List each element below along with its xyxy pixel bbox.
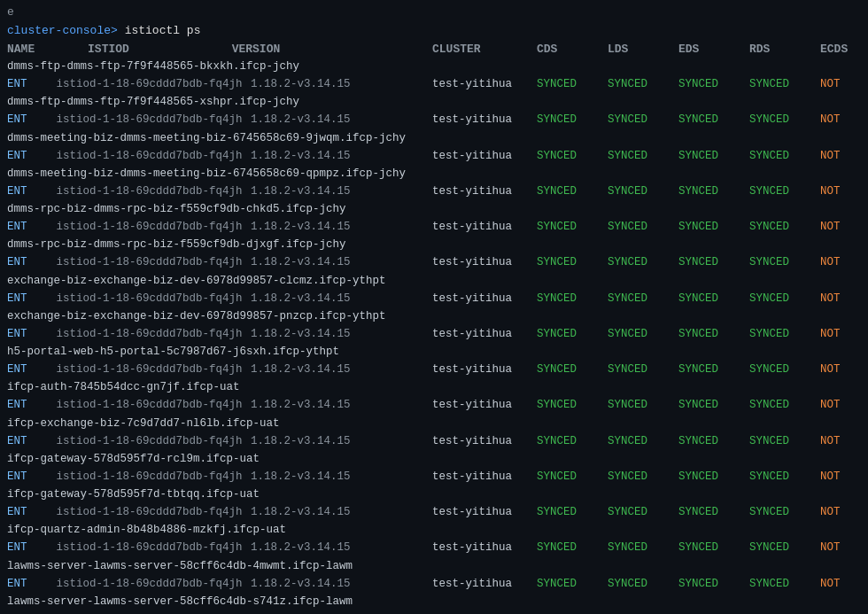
row-rds: SYNCED [749, 112, 820, 128]
row-type: ENT [7, 469, 50, 485]
table-row-svc-3: dmms-meeting-biz-dmms-meeting-biz-674565… [0, 165, 868, 183]
row-istiod: istiod-1-18-69cddd7bdb-fq4jh [57, 76, 244, 92]
row-ecds: NOT [820, 76, 868, 92]
row-version: 1.18.2-v3.14.15 [251, 435, 351, 447]
row-eds: SYNCED [678, 183, 749, 199]
row-ecds: NOT [820, 504, 868, 520]
table-row-ent-10: ENT istiod-1-18-69cddd7bdb-fq4jh 1.18.2-… [0, 432, 868, 450]
row-rds: SYNCED [749, 254, 820, 270]
table-row-svc-11: ifcp-gateway-578d595f7d-rcl9m.ifcp-uat [0, 450, 868, 468]
row-rds: SYNCED [749, 183, 820, 199]
row-type: ENT [7, 76, 50, 92]
row-version: 1.18.2-v3.14.15 [251, 363, 351, 376]
row-eds: SYNCED [678, 76, 749, 92]
row-type: ENT [7, 148, 50, 164]
row-eds: SYNCED [678, 361, 749, 377]
row-cds: SYNCED [537, 291, 608, 307]
row-ecds: NOT [820, 112, 868, 128]
row-type: ENT [7, 540, 50, 556]
row-eds: SYNCED [678, 148, 749, 164]
svc-name: lawms-server-lawms-server-58cff6c4db-4mw… [7, 558, 432, 574]
row-ecds: NOT [820, 254, 868, 270]
ent-detail: ENT istiod-1-18-69cddd7bdb-fq4jh 1.18.2-… [7, 540, 432, 556]
row-eds: SYNCED [678, 576, 749, 592]
row-ecds: NOT [820, 291, 868, 307]
row-version: 1.18.2-v3.14.15 [251, 221, 351, 233]
row-version: 1.18.2-v3.14.15 [251, 399, 351, 411]
row-cluster: test-yitihua [432, 504, 537, 520]
table-row-ent-9: ENT istiod-1-18-69cddd7bdb-fq4jh 1.18.2-… [0, 396, 868, 414]
row-lds: SYNCED [608, 469, 678, 485]
table-row-svc-4: dmms-rpc-biz-dmms-rpc-biz-f559cf9db-chkd… [0, 200, 868, 218]
row-cds: SYNCED [537, 76, 608, 92]
row-version: 1.18.2-v3.14.15 [251, 256, 351, 268]
row-istiod: istiod-1-18-69cddd7bdb-fq4jh [57, 326, 244, 342]
ent-detail: ENT istiod-1-18-69cddd7bdb-fq4jh 1.18.2-… [7, 148, 432, 164]
row-cluster: test-yitihua [432, 254, 537, 270]
row-version: 1.18.2-v3.14.15 [251, 78, 351, 90]
row-lds: SYNCED [608, 112, 678, 128]
row-cluster: test-yitihua [432, 183, 537, 199]
row-cds: SYNCED [537, 397, 608, 413]
row-lds: SYNCED [608, 183, 678, 199]
ent-detail: ENT istiod-1-18-69cddd7bdb-fq4jh 1.18.2-… [7, 291, 432, 307]
ent-detail: ENT istiod-1-18-69cddd7bdb-fq4jh 1.18.2-… [7, 254, 432, 270]
row-version: 1.18.2-v3.14.15 [251, 470, 351, 483]
row-istiod: istiod-1-18-69cddd7bdb-fq4jh [57, 183, 244, 199]
row-rds: SYNCED [749, 76, 820, 92]
row-lds: SYNCED [608, 361, 678, 377]
terminal[interactable]: e cluster-console> istioctl ps NAME ISTI… [0, 0, 868, 614]
header-eds: EDS [678, 43, 749, 56]
row-ecds: NOT [820, 219, 868, 235]
row-lds: SYNCED [608, 254, 678, 270]
table-row-svc-14: lawms-server-lawms-server-58cff6c4db-4mw… [0, 557, 868, 575]
row-lds: SYNCED [608, 219, 678, 235]
row-rds: SYNCED [749, 469, 820, 485]
row-cds: SYNCED [537, 219, 608, 235]
row-eds: SYNCED [678, 469, 749, 485]
row-ecds: NOT [820, 183, 868, 199]
row-eds: SYNCED [678, 112, 749, 128]
row-type: ENT [7, 112, 50, 128]
row-rds: SYNCED [749, 291, 820, 307]
row-lds: SYNCED [608, 504, 678, 520]
row-eds: SYNCED [678, 397, 749, 413]
table-row-svc-6: exchange-biz-exchange-biz-dev-6978d99857… [0, 272, 868, 290]
row-cluster: test-yitihua [432, 112, 537, 128]
row-version: 1.18.2-v3.14.15 [251, 541, 351, 554]
row-version: 1.18.2-v3.14.15 [251, 185, 351, 198]
svc-name: exchange-biz-exchange-biz-dev-6978d99857… [7, 308, 432, 324]
header-cds: CDS [537, 43, 608, 56]
row-ecds: NOT [820, 540, 868, 556]
row-eds: SYNCED [678, 326, 749, 342]
row-lds: SYNCED [608, 76, 678, 92]
row-eds: SYNCED [678, 540, 749, 556]
svc-name: ifcp-gateway-578d595f7d-rcl9m.ifcp-uat [7, 451, 432, 467]
ent-detail: ENT istiod-1-18-69cddd7bdb-fq4jh 1.18.2-… [7, 183, 432, 199]
ent-detail: ENT istiod-1-18-69cddd7bdb-fq4jh 1.18.2-… [7, 504, 432, 520]
row-cluster: test-yitihua [432, 576, 537, 592]
svc-name: dmms-meeting-biz-dmms-meeting-biz-674565… [7, 130, 432, 146]
header-name: NAME ISTIOD VERSION [7, 43, 432, 56]
table-row-svc-12: ifcp-gateway-578d595f7d-tbtqq.ifcp-uat [0, 486, 868, 503]
row-version: 1.18.2-v3.14.15 [251, 113, 351, 126]
table-row-ent-0: ENT istiod-1-18-69cddd7bdb-fq4jh 1.18.2-… [0, 75, 868, 93]
svc-name: ifcp-auth-7845b54dcc-gn7jf.ifcp-uat [7, 379, 432, 395]
table-row-svc-5: dmms-rpc-biz-dmms-rpc-biz-f559cf9db-djxg… [0, 236, 868, 253]
row-eds: SYNCED [678, 219, 749, 235]
svc-name: ifcp-exchange-biz-7c9d7dd7-nl6lb.ifcp-ua… [7, 416, 432, 431]
row-type: ENT [7, 504, 50, 520]
row-cluster: test-yitihua [432, 540, 537, 556]
table-row-svc-1: dmms-ftp-dmms-ftp-7f9f448565-xshpr.ifcp-… [0, 93, 868, 111]
row-cds: SYNCED [537, 504, 608, 520]
svc-name: lawms-server-lawms-server-58cff6c4db-s74… [7, 594, 432, 610]
row-ecds: NOT [820, 576, 868, 592]
row-eds: SYNCED [678, 254, 749, 270]
row-cds: SYNCED [537, 183, 608, 199]
row-type: ENT [7, 361, 50, 377]
table-row-ent-5: ENT istiod-1-18-69cddd7bdb-fq4jh 1.18.2-… [0, 253, 868, 271]
table-row-svc-2: dmms-meeting-biz-dmms-meeting-biz-674565… [0, 129, 868, 147]
row-istiod: istiod-1-18-69cddd7bdb-fq4jh [57, 291, 244, 307]
row-istiod: istiod-1-18-69cddd7bdb-fq4jh [57, 576, 244, 592]
row-version: 1.18.2-v3.14.15 [251, 150, 351, 162]
